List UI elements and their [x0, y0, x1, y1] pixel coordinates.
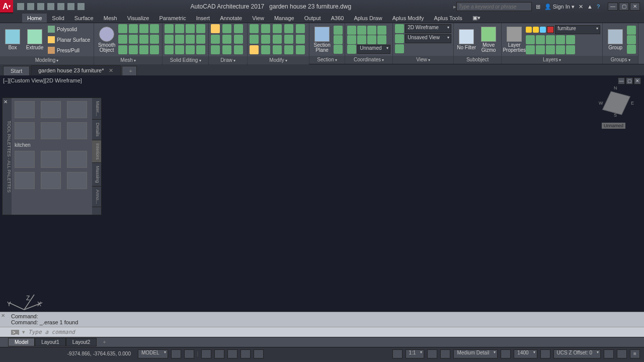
- ortho-icon[interactable]: [201, 349, 211, 358]
- panel-label-solidedit[interactable]: Solid Editing: [170, 57, 201, 63]
- open-icon[interactable]: [27, 3, 34, 10]
- help-search-input[interactable]: [456, 2, 532, 11]
- undo-icon[interactable]: [67, 3, 74, 10]
- panel-label-layers[interactable]: Layers: [543, 57, 561, 62]
- panel-label-view[interactable]: View: [416, 57, 430, 62]
- layer-properties-button[interactable]: Layer Properties: [504, 27, 525, 53]
- new-icon[interactable]: [17, 3, 24, 10]
- close-button[interactable]: ✕: [630, 3, 640, 11]
- help-icon[interactable]: ?: [597, 4, 600, 10]
- minimize-button[interactable]: —: [608, 3, 618, 11]
- saved-view-dropdown[interactable]: Unsaved View: [405, 34, 451, 43]
- tab-mesh[interactable]: Mesh: [99, 14, 122, 23]
- box-button[interactable]: Box: [2, 29, 23, 50]
- anno-scale-dropdown[interactable]: 1:1: [406, 349, 425, 358]
- ribbon-expand-icon[interactable]: ▣▾: [467, 13, 486, 23]
- cutplane-icon[interactable]: [501, 349, 511, 358]
- layout-tabs: Model Layout1 Layout2 +: [0, 337, 644, 347]
- visual-style-dropdown[interactable]: 2D Wireframe: [405, 24, 451, 33]
- otrack-icon[interactable]: [240, 349, 251, 358]
- viewcube[interactable]: N W E S Unnamed: [599, 85, 634, 121]
- group-button[interactable]: Group: [605, 29, 626, 50]
- planar-surface-button[interactable]: Planar Surface: [46, 35, 92, 45]
- isolate-icon[interactable]: [604, 349, 614, 358]
- vp-close-icon[interactable]: ✕: [634, 77, 641, 84]
- tab-aplus-tools[interactable]: Aplus Tools: [429, 14, 467, 23]
- panel-label-groups[interactable]: Groups: [611, 57, 630, 62]
- elevation-readout[interactable]: 1400: [514, 349, 537, 358]
- grid-icon[interactable]: [171, 349, 181, 358]
- no-filter-button[interactable]: No Filter: [456, 29, 477, 50]
- panel-label-section[interactable]: Section: [317, 57, 337, 62]
- saveas-icon[interactable]: [47, 3, 54, 10]
- tab-aplus-modify[interactable]: Aplus Modify: [387, 14, 429, 23]
- snap-icon[interactable]: [184, 349, 194, 358]
- panel-solid-editing: Solid Editing: [163, 23, 209, 64]
- panel-label-coords[interactable]: Coordinates: [354, 57, 384, 62]
- tab-insert[interactable]: Insert: [191, 14, 215, 23]
- save-icon[interactable]: [37, 3, 44, 10]
- tab-view[interactable]: View: [247, 14, 269, 23]
- plot-icon[interactable]: [57, 3, 64, 10]
- tab-parametric[interactable]: Parametric: [154, 14, 191, 23]
- file-tab-start[interactable]: Start: [3, 66, 30, 75]
- maximize-button[interactable]: ▢: [619, 3, 629, 11]
- tab-manage[interactable]: Manage: [269, 14, 299, 23]
- extrude-button[interactable]: Extrude: [24, 29, 45, 50]
- signin-button[interactable]: 👤 Sign In ▾: [544, 4, 575, 10]
- panel-label-modeling[interactable]: Modeling: [35, 57, 59, 63]
- layout-tab-add[interactable]: +: [97, 338, 112, 346]
- mesh-tool-icon[interactable]: [118, 24, 127, 33]
- app-menu-button[interactable]: A▾: [0, 0, 13, 13]
- move-gizmo-button[interactable]: Move Gizmo: [478, 27, 499, 53]
- workspace-icon[interactable]: [392, 349, 403, 358]
- gear-icon[interactable]: [427, 349, 437, 358]
- file-tab-add[interactable]: +: [122, 66, 137, 75]
- tab-output[interactable]: Output: [299, 14, 326, 23]
- tab-surface[interactable]: Surface: [69, 14, 99, 23]
- svg-line-39: [9, 303, 24, 310]
- command-history[interactable]: Command: Command: _.erase 1 found: [0, 312, 644, 327]
- replace-z-icon[interactable]: [540, 349, 550, 358]
- cmd-close-icon[interactable]: ✕: [1, 313, 5, 318]
- detail-level-dropdown[interactable]: Medium Detail: [453, 349, 498, 358]
- osnap-icon[interactable]: [227, 349, 237, 358]
- panel-label-draw[interactable]: Draw: [220, 57, 235, 63]
- tab-annotate[interactable]: Annotate: [215, 14, 247, 23]
- smooth-object-button[interactable]: Smooth Object: [96, 27, 117, 53]
- infocenter-icon[interactable]: ⊞: [536, 4, 540, 10]
- command-input[interactable]: [28, 329, 641, 335]
- polysolid-button[interactable]: Polysolid: [46, 24, 92, 34]
- a360-icon[interactable]: ▲: [587, 4, 593, 10]
- dyn-input-icon[interactable]: [254, 349, 264, 358]
- tab-a360[interactable]: A360: [326, 14, 349, 23]
- status-model-button[interactable]: MODEL: [138, 349, 168, 358]
- vp-maximize-icon[interactable]: ▢: [626, 77, 633, 84]
- tab-aplus-draw[interactable]: Aplus Draw: [349, 14, 387, 23]
- customize-icon[interactable]: ≡: [630, 349, 640, 358]
- panel-label-mesh[interactable]: Mesh: [120, 57, 136, 63]
- clean-screen-icon[interactable]: [617, 349, 627, 358]
- titlebar: A▾ AutoCAD Architecture 2017 garden hous…: [0, 0, 644, 13]
- presspull-button[interactable]: Press/Pull: [46, 45, 92, 55]
- tab-home[interactable]: Home: [22, 14, 47, 23]
- viewport[interactable]: [–][Custom View][2D Wireframe] — ▢ ✕ N W…: [0, 75, 644, 312]
- ucs-dropdown[interactable]: Unnamed: [357, 45, 390, 54]
- panel-label-modify[interactable]: Modify: [269, 57, 287, 63]
- file-tab-document[interactable]: garden house 23 furniture* ✕: [31, 65, 120, 75]
- vp-minimize-icon[interactable]: —: [618, 77, 625, 84]
- tab-solid[interactable]: Solid: [47, 14, 69, 23]
- layout-tab-1[interactable]: Layout1: [35, 338, 66, 346]
- tab-visualize[interactable]: Visualize: [122, 14, 154, 23]
- command-line[interactable]: >_ ▾: [0, 327, 644, 337]
- layer-dropdown[interactable]: furniture: [555, 25, 600, 34]
- layout-tab-2[interactable]: Layout2: [66, 338, 97, 346]
- polar-icon[interactable]: [214, 349, 224, 358]
- drawing-canvas[interactable]: [0, 75, 151, 151]
- layout-tab-model[interactable]: Model: [8, 338, 35, 346]
- ucs-offset-readout[interactable]: UCS Z Offset: 0: [553, 349, 601, 358]
- section-plane-button[interactable]: Section Plane: [311, 27, 333, 53]
- anno-vis-icon[interactable]: [440, 349, 450, 358]
- exchange-icon[interactable]: ✕: [579, 4, 583, 10]
- redo-icon[interactable]: [77, 3, 85, 10]
